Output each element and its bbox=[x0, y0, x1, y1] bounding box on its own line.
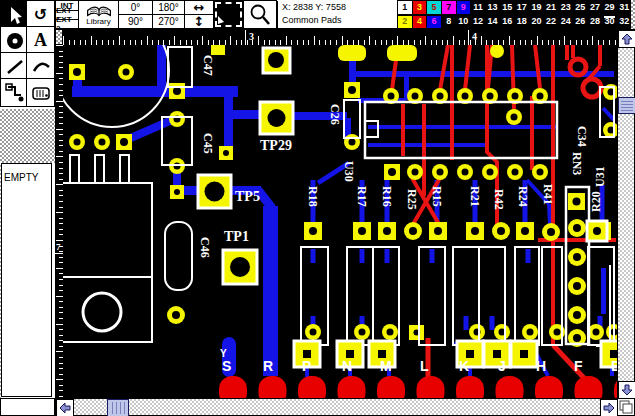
palette-color-5[interactable]: 5 bbox=[426, 0, 442, 15]
up-arr bbox=[621, 33, 633, 45]
palette-color-25[interactable]: 25 bbox=[573, 0, 589, 15]
palette-color-24[interactable]: 24 bbox=[558, 15, 574, 30]
palette-color-27[interactable]: 27 bbox=[587, 0, 603, 15]
rotate-90-button[interactable]: 90° bbox=[118, 14, 153, 29]
svg-text:H: H bbox=[536, 358, 546, 374]
palette-color-10[interactable]: 10 bbox=[456, 15, 472, 30]
svg-text:R21: R21 bbox=[468, 186, 482, 207]
svg-text:TP5: TP5 bbox=[235, 189, 260, 204]
svg-text:C26: C26 bbox=[328, 104, 342, 125]
svg-text:R24: R24 bbox=[516, 186, 530, 207]
left-arr bbox=[59, 402, 71, 414]
pcb-canvas[interactable]: C47C45C26C46TP29TP5TP1U30R18R17R16R25R15… bbox=[63, 45, 617, 398]
palette-color-13[interactable]: 13 bbox=[485, 0, 501, 15]
book-icon bbox=[86, 3, 112, 18]
palette-color-21[interactable]: 21 bbox=[543, 0, 559, 15]
grow-icon bbox=[618, 399, 634, 415]
svg-text:R16: R16 bbox=[380, 186, 394, 207]
rotate-tool-button[interactable]: ↺ bbox=[26, 0, 55, 29]
scroll-up-button[interactable] bbox=[618, 30, 635, 48]
palette-color-2[interactable]: 2 bbox=[397, 15, 413, 30]
hscroll-thumb[interactable] bbox=[107, 399, 129, 416]
palette-color-9[interactable]: 9 bbox=[456, 0, 472, 15]
palette-color-7[interactable]: 7 bbox=[441, 0, 457, 15]
palette-color-28[interactable]: 28 bbox=[587, 15, 603, 30]
arrow-cursor-icon bbox=[5, 5, 25, 25]
svg-text:4: 4 bbox=[472, 31, 477, 42]
palette-color-14[interactable]: 14 bbox=[485, 15, 501, 30]
palette-color-15[interactable]: 15 bbox=[499, 0, 515, 15]
flip-vertical-icon: ↕ bbox=[194, 14, 205, 29]
keepout-pattern-tool-button[interactable] bbox=[213, 0, 244, 29]
library-empty-label: EMPTY bbox=[4, 172, 38, 183]
flip-horizontal-button[interactable]: ↔ bbox=[184, 0, 214, 15]
palette-color-17[interactable]: 17 bbox=[514, 0, 530, 15]
rotate-0-button[interactable]: 0° bbox=[118, 0, 153, 15]
palette-color-11[interactable]: 11 bbox=[470, 0, 486, 15]
rotate-270-button[interactable]: 270° bbox=[152, 14, 185, 29]
svg-text:C46: C46 bbox=[198, 237, 212, 258]
svg-text:N: N bbox=[342, 358, 352, 374]
palette-color-30[interactable]: 30 bbox=[602, 15, 618, 30]
palette-color-18[interactable]: 18 bbox=[514, 15, 530, 30]
palette-color-4[interactable]: 4 bbox=[412, 15, 428, 30]
svg-text:R41: R41 bbox=[541, 184, 555, 205]
svg-text:J: J bbox=[498, 358, 506, 374]
vertical-scrollbar[interactable] bbox=[617, 29, 635, 398]
palette-color-16[interactable]: 16 bbox=[499, 15, 515, 30]
palette-color-19[interactable]: 19 bbox=[529, 0, 545, 15]
scroll-left-button[interactable] bbox=[56, 399, 74, 416]
layer-ext2-button[interactable]: EXT 2 bbox=[55, 19, 79, 29]
palette-color-26[interactable]: 26 bbox=[573, 15, 589, 30]
palette-color-23[interactable]: 23 bbox=[558, 0, 574, 15]
window-resize-box[interactable] bbox=[617, 398, 635, 416]
palette-color-3[interactable]: 3 bbox=[412, 0, 428, 15]
svg-text:L: L bbox=[420, 358, 429, 374]
status-readout: X: 2838 Y: 7558 Common Pads bbox=[277, 1, 395, 28]
svg-text:S: S bbox=[222, 358, 231, 374]
vscroll-track[interactable] bbox=[618, 30, 634, 397]
flip-vertical-button[interactable]: ↕ bbox=[184, 14, 214, 29]
line-icon bbox=[5, 57, 25, 77]
palette-color-1[interactable]: 1 bbox=[397, 0, 413, 15]
svg-text:U31: U31 bbox=[593, 166, 607, 187]
vscroll-thumb[interactable] bbox=[618, 97, 635, 114]
palette-color-22[interactable]: 22 bbox=[543, 15, 559, 30]
svg-text:R42: R42 bbox=[492, 189, 506, 210]
horizontal-scrollbar[interactable] bbox=[55, 398, 617, 416]
svg-text:U30: U30 bbox=[342, 161, 356, 182]
rotate-180-button[interactable]: 180° bbox=[152, 0, 185, 15]
pcb-editor-window: ↺ A bbox=[0, 0, 635, 416]
palette-color-31[interactable]: 31 bbox=[616, 0, 632, 15]
hscroll-track[interactable] bbox=[56, 399, 616, 415]
arc-tool-button[interactable] bbox=[26, 52, 55, 81]
svg-text:R18: R18 bbox=[306, 186, 320, 207]
palette-color-12[interactable]: 12 bbox=[470, 15, 486, 30]
palette-color-6[interactable]: 6 bbox=[426, 15, 442, 30]
text-tool-button[interactable]: A bbox=[26, 26, 55, 55]
line-tool-button[interactable] bbox=[0, 52, 29, 81]
pad-tool-button[interactable] bbox=[0, 26, 29, 55]
layer-color-palette: 1234567891011121314151617181920212223242… bbox=[397, 0, 632, 29]
edge-fingers bbox=[219, 376, 617, 398]
trace-tool-button[interactable] bbox=[0, 78, 29, 107]
palette-color-20[interactable]: 20 bbox=[529, 15, 545, 30]
component-tool-button[interactable] bbox=[26, 78, 55, 107]
svg-text:C45: C45 bbox=[201, 133, 215, 154]
palette-color-32[interactable]: 32 bbox=[616, 15, 632, 30]
palette-color-29[interactable]: 29 bbox=[602, 0, 618, 15]
scroll-down-button[interactable] bbox=[618, 381, 635, 399]
svg-text:R17: R17 bbox=[355, 186, 369, 207]
library-list-panel: EMPTY bbox=[1, 163, 52, 397]
right-arr bbox=[603, 402, 615, 414]
mode-label: Common Pads bbox=[282, 14, 395, 27]
library-button[interactable]: Library bbox=[78, 0, 119, 29]
palette-color-8[interactable]: 8 bbox=[441, 15, 457, 30]
svg-text:R: R bbox=[263, 358, 273, 374]
ruler-top: 34 bbox=[63, 29, 617, 45]
svg-text:R15: R15 bbox=[430, 186, 444, 207]
svg-text:7: 7 bbox=[56, 242, 61, 252]
scroll-right-button[interactable] bbox=[600, 399, 618, 416]
select-tool-button[interactable] bbox=[0, 0, 29, 29]
zoom-tool-button[interactable] bbox=[243, 0, 277, 29]
